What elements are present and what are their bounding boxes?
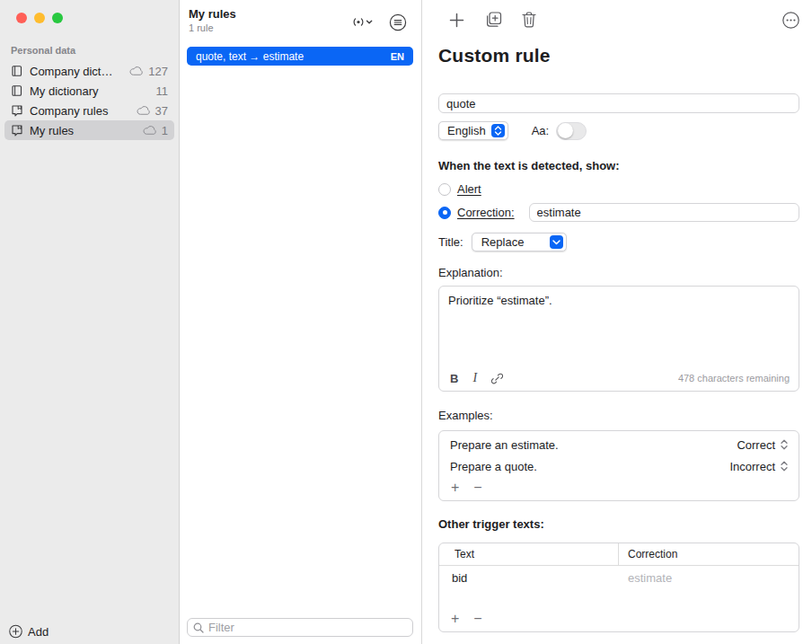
list-header: My rules 1 rule <box>180 0 421 33</box>
rule-label: quote, text → estimate <box>196 50 304 63</box>
title-label: Title: <box>438 235 463 249</box>
explanation-editor[interactable]: Prioritize “estimate”. B I 478 character… <box>438 286 799 392</box>
example-row[interactable]: Prepare a quote. Incorrect <box>439 455 799 477</box>
minimize-button[interactable] <box>34 13 45 23</box>
rule-editor: Custom rule English Aa: When the text is… <box>422 0 812 644</box>
example-text: Prepare a quote. <box>450 460 537 473</box>
trigger-table-row[interactable]: bid estimate <box>439 566 799 590</box>
window-controls <box>0 0 179 23</box>
examples-label: Examples: <box>438 409 799 422</box>
language-select-value: English <box>447 124 486 137</box>
trigger-texts-table: Text Correction bid estimate + − <box>438 543 799 632</box>
correction-input[interactable] <box>529 203 799 222</box>
sort-filter-button[interactable] <box>389 13 407 31</box>
alert-option-row: Alert <box>438 182 799 196</box>
example-status-value: Correct <box>737 438 775 452</box>
item-count: 1 <box>162 124 168 137</box>
link-button[interactable] <box>491 373 503 384</box>
format-toolbar: B I 478 characters remaining <box>450 371 790 385</box>
remove-trigger-button[interactable]: − <box>473 613 481 625</box>
rule-list-item[interactable]: quote, text → estimate EN <box>187 47 413 66</box>
alert-radio[interactable] <box>438 183 451 196</box>
remove-example-button[interactable]: − <box>473 481 481 494</box>
stepper-icon <box>781 439 788 450</box>
cloud-icon <box>137 106 150 115</box>
trigger-text-cell[interactable]: bid <box>439 571 619 585</box>
sidebar-item-label: Company dict… <box>30 65 129 78</box>
language-badge: EN <box>391 51 404 62</box>
sidebar-section-title: Personal data <box>0 23 179 59</box>
editor-toolbar <box>438 0 799 40</box>
close-button[interactable] <box>16 13 27 23</box>
add-example-button[interactable]: + <box>451 481 459 494</box>
alert-label[interactable]: Alert <box>457 182 481 196</box>
case-sensitive-toggle[interactable] <box>556 122 587 140</box>
add-button[interactable]: Add <box>9 624 49 639</box>
examples-list: Prepare an estimate. Correct Prepare a q… <box>438 430 799 501</box>
detected-heading: When the text is detected, show: <box>438 159 799 172</box>
example-text: Prepare an estimate. <box>450 438 559 452</box>
list-title: My rules <box>189 7 236 21</box>
dictionary-icon <box>11 65 24 77</box>
zoom-button[interactable] <box>52 13 63 23</box>
example-row[interactable]: Prepare an estimate. Correct <box>439 434 799 455</box>
add-trigger-button[interactable]: + <box>451 613 459 625</box>
language-select[interactable]: English <box>438 121 508 140</box>
sidebar-item-label: My rules <box>30 124 143 137</box>
sidebar-item-my-dictionary[interactable]: My dictionary 11 <box>4 81 174 101</box>
delete-button[interactable] <box>522 12 536 28</box>
correction-option-row: Correction: <box>438 203 799 222</box>
sidebar-item-company-dictionary[interactable]: Company dict… 127 <box>4 61 174 81</box>
rule-count: 1 rule <box>189 22 236 33</box>
explanation-text: Prioritize “estimate”. <box>448 294 552 307</box>
other-triggers-label: Other trigger texts: <box>438 517 799 531</box>
case-sensitive-label: Aa: <box>532 124 550 137</box>
cloud-icon <box>129 66 143 75</box>
filter-input[interactable] <box>208 621 407 634</box>
example-status-select[interactable]: Correct <box>737 438 788 452</box>
toggle-knob <box>558 123 573 138</box>
filter-field <box>187 618 413 637</box>
sidebar-list: Company dict… 127 My dictionary 11 Compa… <box>0 61 179 140</box>
title-row: Title: Replace <box>438 233 799 251</box>
trigger-correction-cell[interactable]: estimate <box>619 571 672 585</box>
trigger-text-input[interactable] <box>438 93 799 113</box>
example-status-select[interactable]: Incorrect <box>729 460 788 473</box>
italic-button[interactable]: I <box>472 371 477 385</box>
trigger-table-header: Text Correction <box>439 543 799 566</box>
stepper-icon <box>781 461 788 472</box>
characters-remaining: 478 characters remaining <box>678 373 790 384</box>
correction-radio[interactable] <box>438 207 451 219</box>
sidebar-item-label: My dictionary <box>30 84 156 98</box>
language-row: English Aa: <box>438 121 799 140</box>
more-options-button[interactable] <box>782 12 799 29</box>
dictionary-icon <box>11 84 24 97</box>
chevron-down-icon <box>550 235 563 249</box>
cloud-icon <box>143 126 156 135</box>
add-circle-icon <box>9 624 22 639</box>
title-select-value: Replace <box>481 235 525 249</box>
rules-icon <box>11 124 24 137</box>
item-count: 37 <box>155 104 168 118</box>
example-status-value: Incorrect <box>729 460 775 473</box>
examples-controls: + − <box>439 477 799 494</box>
item-count: 127 <box>148 65 168 78</box>
duplicate-button[interactable] <box>484 12 502 28</box>
title-select[interactable]: Replace <box>472 233 567 251</box>
trigger-table-controls: + − <box>439 613 799 631</box>
sidebar: Personal data Company dict… 127 My dicti… <box>0 0 180 644</box>
bold-button[interactable]: B <box>450 372 458 385</box>
app-window: Personal data Company dict… 127 My dicti… <box>0 0 812 644</box>
sidebar-item-my-rules[interactable]: My rules 1 <box>4 120 174 140</box>
item-count: 11 <box>156 84 169 98</box>
new-rule-button[interactable] <box>449 13 464 28</box>
search-icon <box>193 622 204 633</box>
correction-column-header: Correction <box>619 543 677 565</box>
page-title: Custom rule <box>438 45 799 66</box>
sync-status-button[interactable] <box>351 15 373 29</box>
add-label: Add <box>28 625 49 639</box>
rules-list-panel: My rules 1 rule quote, text → estimate E… <box>180 0 422 644</box>
correction-label[interactable]: Correction: <box>457 206 515 219</box>
sidebar-item-label: Company rules <box>30 104 137 118</box>
sidebar-item-company-rules[interactable]: Company rules 37 <box>4 101 174 120</box>
